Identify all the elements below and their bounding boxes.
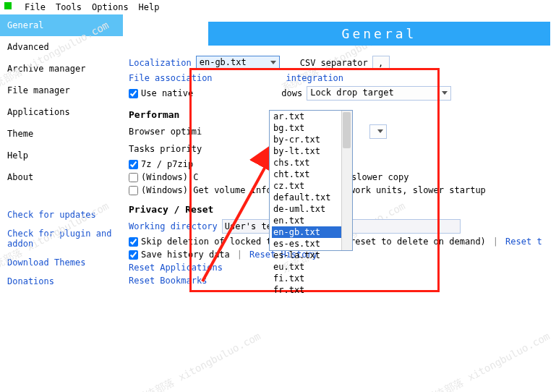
- browser-opt-label: Browser optimi: [129, 127, 202, 137]
- chevron-down-icon: [377, 129, 383, 133]
- localization-option[interactable]: bg.txt: [272, 122, 341, 134]
- browser-opt-select[interactable]: [369, 124, 387, 139]
- menu-bar: File Tools Options Help: [0, 0, 556, 14]
- native-dragdrop-check[interactable]: [129, 89, 138, 98]
- link-check-plugin[interactable]: Check for plugin and addon: [0, 224, 123, 253]
- localization-option[interactable]: fi.txt: [272, 273, 341, 284]
- scrollbar[interactable]: [341, 111, 352, 250]
- drop-target-value: Lock drop target: [310, 88, 394, 98]
- native-dragdrop-label: Use native: [141, 88, 193, 98]
- localization-option[interactable]: by-cr.txt: [272, 134, 341, 145]
- tasks-priority-label: Tasks priority: [129, 144, 202, 154]
- menu-help[interactable]: Help: [139, 2, 160, 12]
- localization-option[interactable]: en-gb.txt: [272, 226, 341, 238]
- localization-option[interactable]: de-uml.txt: [272, 203, 341, 215]
- windows-volume-check[interactable]: [129, 186, 138, 195]
- scrollbar-thumb[interactable]: [343, 112, 351, 148]
- localization-option[interactable]: en.txt: [272, 215, 341, 226]
- native-dragdrop-tail: dows: [281, 88, 302, 98]
- localization-value: en-gb.txt: [200, 57, 247, 67]
- link-donations[interactable]: Donations: [0, 272, 123, 291]
- reset-bookmarks-link[interactable]: Reset Bookmarks: [129, 276, 207, 286]
- localization-option[interactable]: fr.txt: [272, 284, 341, 296]
- drop-target-select[interactable]: Lock drop target: [307, 86, 451, 101]
- chevron-down-icon: [270, 61, 276, 64]
- windows-portable-check[interactable]: [129, 173, 138, 182]
- localization-option[interactable]: default.txt: [272, 192, 341, 203]
- p7zip-label: 7z / p7zip: [141, 159, 193, 169]
- p7zip-check[interactable]: [129, 160, 138, 169]
- save-history-label: Save history data: [141, 250, 230, 260]
- localization-option[interactable]: cz.txt: [272, 180, 341, 192]
- localization-option[interactable]: es-la.txt: [272, 250, 341, 261]
- sidebar-item-archive-manager[interactable]: Archive manager: [0, 58, 123, 80]
- p7zip-checkbox[interactable]: 7z / p7zip: [129, 159, 193, 169]
- link-check-updates[interactable]: Check for updates: [0, 205, 123, 224]
- sidebar-item-help[interactable]: Help: [0, 145, 123, 166]
- sidebar-item-advanced[interactable]: Advanced: [0, 36, 123, 58]
- save-history-checkbox[interactable]: Save history data: [129, 250, 230, 260]
- sidebar: General Advanced Archive manager File ma…: [0, 14, 123, 391]
- sidebar-item-theme[interactable]: Theme: [0, 123, 123, 145]
- localization-option[interactable]: ar.txt: [272, 111, 341, 122]
- localization-option[interactable]: eu.txt: [272, 261, 341, 273]
- skip-deletion-check[interactable]: [129, 237, 138, 247]
- native-dragdrop-checkbox[interactable]: Use native: [129, 88, 193, 98]
- chevron-down-icon: [442, 91, 448, 95]
- csv-separator-label: CSV separator: [300, 58, 368, 68]
- localization-label[interactable]: Localization: [129, 58, 192, 68]
- sidebar-item-about[interactable]: About: [0, 166, 123, 188]
- localization-dropdown[interactable]: ar.txtbg.txtby-cr.txtby-lt.txtchs.txtcht…: [269, 110, 353, 251]
- sidebar-item-applications[interactable]: Applications: [0, 101, 123, 123]
- localization-option[interactable]: chs.txt: [272, 157, 341, 169]
- menu-options[interactable]: Options: [92, 2, 129, 12]
- reset-applications-link[interactable]: Reset Applications: [129, 263, 223, 273]
- csv-separator-input[interactable]: [372, 56, 390, 70]
- working-directory-label[interactable]: Working directory: [129, 221, 218, 231]
- localization-option[interactable]: cht.txt: [272, 169, 341, 180]
- menu-file[interactable]: File: [25, 2, 46, 12]
- sidebar-item-general[interactable]: General: [0, 14, 123, 36]
- localization-option[interactable]: by-lt.txt: [272, 145, 341, 157]
- sidebar-item-file-manager[interactable]: File manager: [0, 80, 123, 101]
- localization-options: ar.txtbg.txtby-cr.txtby-lt.txtchs.txtcht…: [270, 111, 352, 296]
- windows-portable-checkbox[interactable]: (Windows) C: [129, 172, 198, 182]
- integration-link[interactable]: integration: [286, 73, 343, 83]
- reset-temp-link[interactable]: Reset t: [505, 237, 542, 247]
- page-title: General: [208, 22, 550, 46]
- app-icon: [4, 2, 12, 9]
- localization-option[interactable]: es-es.txt: [272, 238, 341, 250]
- file-association-link[interactable]: File association: [129, 73, 213, 83]
- menu-tools[interactable]: Tools: [56, 2, 82, 12]
- save-history-check[interactable]: [129, 250, 138, 260]
- localization-select[interactable]: en-gb.txt: [196, 56, 280, 70]
- separator: |: [237, 250, 242, 260]
- link-download-themes[interactable]: Download Themes: [0, 253, 123, 272]
- windows-portable-label: (Windows) C: [141, 172, 198, 182]
- separator: |: [493, 237, 498, 247]
